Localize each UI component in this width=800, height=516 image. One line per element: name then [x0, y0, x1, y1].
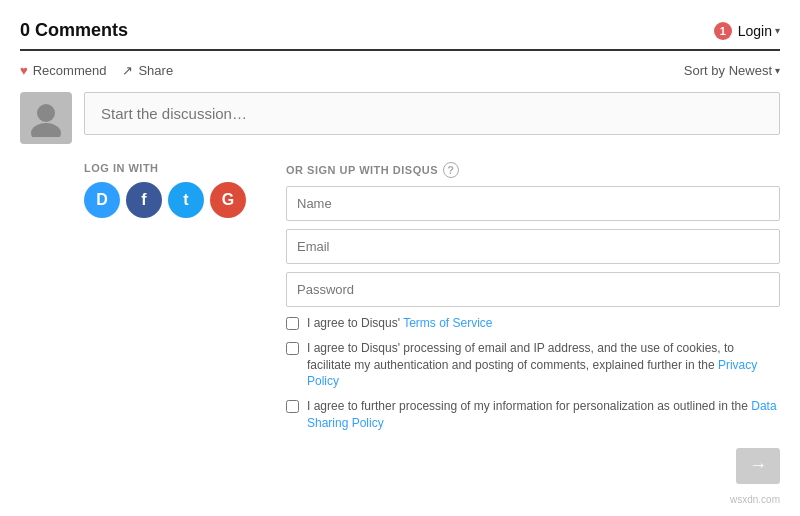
comment-input-row — [20, 92, 780, 144]
comments-count: 0 Comments — [20, 20, 128, 41]
arrow-right-icon: → — [749, 455, 767, 476]
recommend-button[interactable]: ♥ Recommend — [20, 63, 106, 78]
sort-chevron-icon: ▾ — [775, 65, 780, 76]
personalization-checkbox-row: I agree to further processing of my info… — [286, 398, 780, 432]
avatar-icon — [27, 99, 65, 137]
login-area: 1 Login ▾ — [714, 22, 780, 40]
toolbar-left: ♥ Recommend ↗ Share — [20, 63, 173, 78]
submit-button[interactable]: → — [736, 448, 780, 484]
share-icon: ↗ — [122, 63, 133, 78]
recommend-label: Recommend — [33, 63, 107, 78]
avatar — [20, 92, 72, 144]
signup-section: OR SIGN UP WITH DISQUS ? I agree to Disq… — [286, 162, 780, 484]
tos-checkbox[interactable] — [286, 317, 299, 330]
comments-header: 0 Comments 1 Login ▾ — [20, 20, 780, 51]
sort-label: Sort by Newest — [684, 63, 772, 78]
twitter-login-button[interactable]: t — [168, 182, 204, 218]
svg-point-0 — [37, 104, 55, 122]
disqus-login-button[interactable]: D — [84, 182, 120, 218]
toolbar: ♥ Recommend ↗ Share Sort by Newest ▾ — [20, 63, 780, 78]
facebook-login-button[interactable]: f — [126, 182, 162, 218]
email-input[interactable] — [286, 229, 780, 264]
password-input[interactable] — [286, 272, 780, 307]
name-input[interactable] — [286, 186, 780, 221]
svg-point-1 — [31, 123, 61, 137]
social-icons: D f t G — [84, 182, 246, 218]
signup-label: OR SIGN UP WITH DISQUS ? — [286, 162, 780, 178]
login-with-section: LOG IN WITH D f t G — [84, 162, 246, 484]
share-button[interactable]: ↗ Share — [122, 63, 173, 78]
heart-icon: ♥ — [20, 63, 28, 78]
login-with-label: LOG IN WITH — [84, 162, 246, 174]
login-chevron-icon: ▾ — [775, 25, 780, 36]
privacy-checkbox-row: I agree to Disqus' processing of email a… — [286, 340, 780, 390]
help-icon[interactable]: ? — [443, 162, 459, 178]
comment-input[interactable] — [84, 92, 780, 135]
submit-row: → — [286, 448, 780, 484]
tos-checkbox-row: I agree to Disqus' Terms of Service — [286, 315, 780, 332]
login-button[interactable]: Login ▾ — [738, 23, 780, 39]
watermark: wsxdn.com — [20, 494, 780, 505]
tos-link[interactable]: Terms of Service — [403, 316, 492, 330]
share-label: Share — [138, 63, 173, 78]
notification-badge: 1 — [714, 22, 732, 40]
signin-section: LOG IN WITH D f t G OR SIGN UP WITH DISQ… — [84, 162, 780, 484]
google-login-button[interactable]: G — [210, 182, 246, 218]
privacy-checkbox[interactable] — [286, 342, 299, 355]
personalization-checkbox[interactable] — [286, 400, 299, 413]
sort-button[interactable]: Sort by Newest ▾ — [684, 63, 780, 78]
